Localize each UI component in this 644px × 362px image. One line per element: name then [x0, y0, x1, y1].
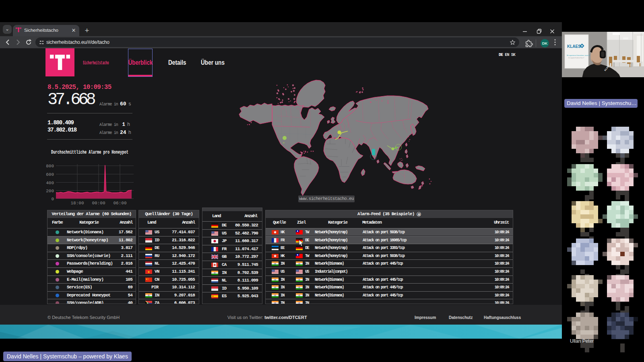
svg-text:Der ungeplant Kundentor Klaes: Der ungeplant Kundentor Klaes IT: [568, 57, 584, 59]
svg-text:00:00: 00:00: [92, 201, 105, 206]
svg-text:200: 200: [46, 189, 54, 193]
svg-text:Wir organisieren Unternehmer-: Wir organisieren Unternehmer- neues IT: [567, 55, 590, 56]
svg-text:600: 600: [46, 172, 54, 177]
svg-text:06:00: 06:00: [113, 201, 126, 206]
svg-text:18:00: 18:00: [70, 201, 84, 206]
svg-text:800: 800: [46, 164, 54, 169]
svg-text:0: 0: [51, 197, 54, 202]
svg-text:400: 400: [46, 181, 54, 185]
svg-text:KLAES: KLAES: [567, 44, 581, 49]
